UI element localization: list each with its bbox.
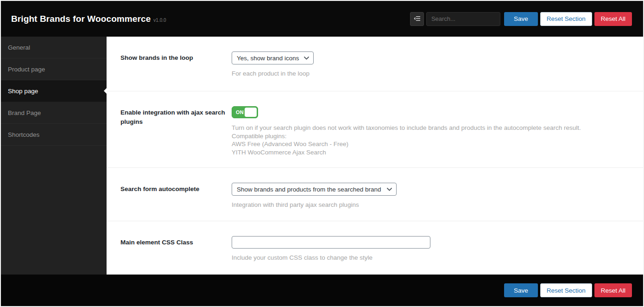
sidebar-nav: General Product page Shop page Brand Pag… (1, 37, 107, 275)
sidebar-item-product-page[interactable]: Product page (1, 58, 107, 80)
description-line: AWS Free (Advanced Woo Search - Free) (232, 140, 629, 148)
setting-label: Enable integration with ajax search plug… (120, 106, 232, 167)
sidebar-item-label: General (8, 44, 30, 51)
reset-all-button[interactable]: Reset All (594, 12, 632, 26)
setting-description: Turn on if your search plugin does not w… (232, 124, 629, 156)
ajax-search-toggle[interactable]: ON (232, 106, 258, 118)
top-bar: Bright Brands for Woocommerce v1.0.0 (1, 1, 643, 37)
select-value: Yes, show brand icons (237, 55, 299, 62)
footer-save-button[interactable]: Save (504, 283, 538, 297)
chevron-down-icon (304, 57, 309, 60)
sidebar-item-label: Brand Page (8, 109, 41, 116)
chevron-down-icon (387, 188, 392, 191)
setting-control: ON Turn on if your search plugin does no… (232, 106, 629, 167)
app-frame: Bright Brands for Woocommerce v1.0.0 (1, 1, 643, 306)
select-value: Show brands and products from the search… (237, 186, 381, 193)
footer-bar: Save Reset Section Reset All (1, 275, 643, 306)
setting-description: For each product in the loop (232, 70, 629, 78)
description-line: YITH WooCommerce Ajax Search (232, 148, 629, 157)
autocomplete-select[interactable]: Show brands and products from the search… (232, 183, 397, 196)
main-area: General Product page Shop page Brand Pag… (1, 37, 643, 275)
setting-control: Include your custom CSS class to change … (232, 236, 629, 274)
sidebar-item-brand-page[interactable]: Brand Page (1, 102, 107, 124)
footer-reset-section-button[interactable]: Reset Section (540, 283, 592, 297)
settings-panel: Show brands in the loop Yes, show brand … (107, 37, 643, 275)
description-line: Turn on if your search plugin does not w… (232, 124, 629, 132)
setting-label: Main element CSS Class (120, 236, 232, 274)
outdent-icon (414, 15, 420, 23)
setting-row-main-css-class: Main element CSS Class Include your cust… (107, 221, 643, 274)
toggle-on-label: ON (236, 109, 244, 115)
collapse-panel-button[interactable] (410, 12, 424, 26)
css-class-input[interactable] (232, 236, 430, 249)
title-wrap: Bright Brands for Woocommerce v1.0.0 (11, 14, 166, 24)
sidebar-item-shortcodes[interactable]: Shortcodes (1, 124, 107, 146)
plugin-settings-page: Bright Brands for Woocommerce v1.0.0 (0, 0, 644, 307)
page-title: Bright Brands for Woocommerce (11, 14, 151, 24)
setting-control: Yes, show brand icons For each product i… (232, 51, 629, 91)
setting-label: Show brands in the loop (120, 51, 232, 91)
reset-section-button[interactable]: Reset Section (540, 12, 592, 26)
setting-row-show-brands-in-loop: Show brands in the loop Yes, show brand … (107, 37, 643, 91)
sidebar-item-general[interactable]: General (1, 37, 107, 58)
sidebar-item-label: Shortcodes (8, 131, 39, 138)
topbar-controls: Save Reset Section Reset All (410, 12, 632, 26)
footer-reset-all-button[interactable]: Reset All (594, 283, 632, 297)
setting-description: Include your custom CSS class to change … (232, 254, 629, 262)
search-input[interactable] (426, 12, 500, 26)
description-line: Compatible plugins: (232, 132, 629, 141)
toggle-knob (245, 108, 257, 117)
setting-label: Search form autocomplete (120, 183, 232, 221)
setting-row-search-form-autocomplete: Search form autocomplete Show brands and… (107, 168, 643, 221)
save-button[interactable]: Save (504, 12, 538, 26)
version-label: v1.0.0 (153, 18, 166, 23)
setting-description: Integration with third party ajax search… (232, 201, 629, 209)
setting-row-ajax-search-integration: Enable integration with ajax search plug… (107, 91, 643, 168)
sidebar-item-shop-page[interactable]: Shop page (1, 80, 107, 102)
sidebar-item-label: Shop page (8, 88, 38, 95)
sidebar-item-label: Product page (8, 66, 45, 73)
setting-control: Show brands and products from the search… (232, 183, 629, 221)
show-brands-select[interactable]: Yes, show brand icons (232, 51, 314, 64)
